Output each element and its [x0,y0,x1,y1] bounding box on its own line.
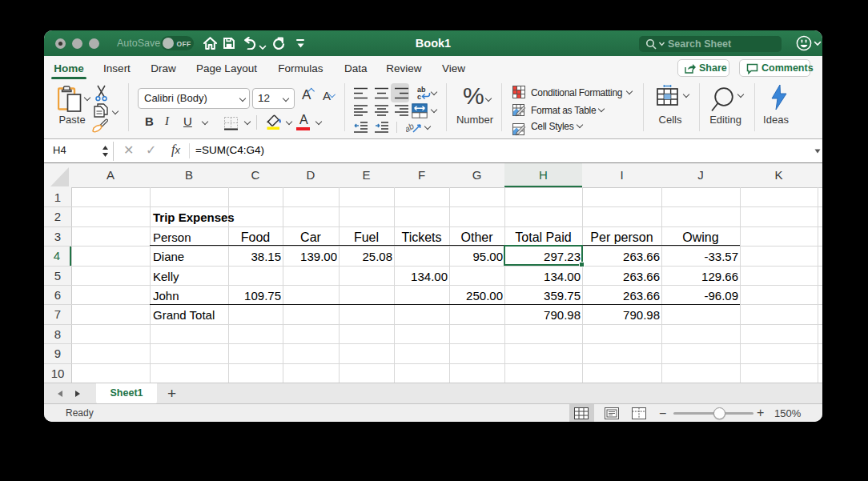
svg-text:c: c [417,93,421,101]
